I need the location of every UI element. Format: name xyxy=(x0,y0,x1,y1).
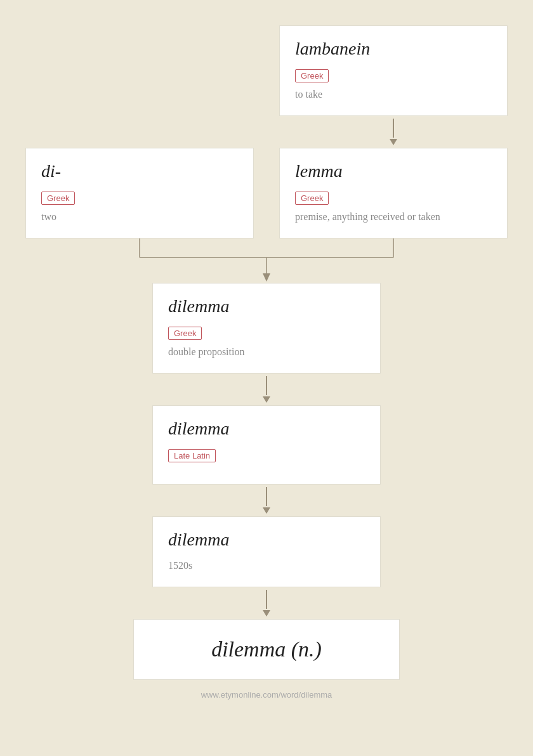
dilemma-greek-lang-badge: Greek xyxy=(168,327,202,340)
dilemma-1520s-card: dilemma 1520s xyxy=(152,516,381,587)
lambanein-card: lambanein Greek to take xyxy=(279,25,508,116)
lambanein-lang-badge: Greek xyxy=(295,69,329,82)
dilemma-greek-definition: double proposition xyxy=(168,346,365,358)
lambanein-title: lambanein xyxy=(295,39,492,59)
dilemma-latin-title: dilemma xyxy=(168,419,365,439)
di-title: di- xyxy=(41,161,238,181)
dilemma-latin-wrapper: dilemma Late Latin xyxy=(25,405,508,485)
etymology-tree: lambanein Greek to take di- Greek two le… xyxy=(13,25,520,700)
dilemma-1520s-year: 1520s xyxy=(168,560,365,571)
svg-marker-5 xyxy=(263,273,270,282)
di-card: di- Greek two xyxy=(25,148,254,238)
di-definition: two xyxy=(41,211,238,223)
merge-connector xyxy=(25,238,508,283)
lemma-lang-badge: Greek xyxy=(295,192,329,205)
dilemma-greek-card: dilemma Greek double proposition xyxy=(152,283,381,374)
arrow-1520s-to-final xyxy=(25,587,508,619)
lemma-title: lemma xyxy=(295,161,492,181)
dilemma-final-card: dilemma (n.) xyxy=(133,619,400,680)
arrow-lambanein-to-lemma xyxy=(25,116,508,148)
arrow-latin-to-1520s xyxy=(25,485,508,516)
di-lang-badge: Greek xyxy=(41,192,75,205)
lemma-definition: premise, anything received or taken xyxy=(295,211,492,223)
dilemma-greek-wrapper: dilemma Greek double proposition xyxy=(25,283,508,374)
dilemma-latin-card: dilemma Late Latin xyxy=(152,405,381,485)
arrow-greek-to-latin xyxy=(25,374,508,405)
dilemma-1520s-title: dilemma xyxy=(168,530,365,550)
dilemma-latin-lang-badge: Late Latin xyxy=(168,449,216,462)
row-di-lemma: di- Greek two lemma Greek premise, anyth… xyxy=(25,148,508,238)
dilemma-greek-title: dilemma xyxy=(168,296,365,316)
dilemma-final-wrapper: dilemma (n.) xyxy=(25,619,508,680)
dilemma-1520s-wrapper: dilemma 1520s xyxy=(25,516,508,587)
lemma-card: lemma Greek premise, anything received o… xyxy=(279,148,508,238)
source-url: www.etymonline.com/word/dilemma xyxy=(201,690,332,700)
lambanein-definition: to take xyxy=(295,89,492,100)
dilemma-final-title: dilemma (n.) xyxy=(149,637,384,662)
